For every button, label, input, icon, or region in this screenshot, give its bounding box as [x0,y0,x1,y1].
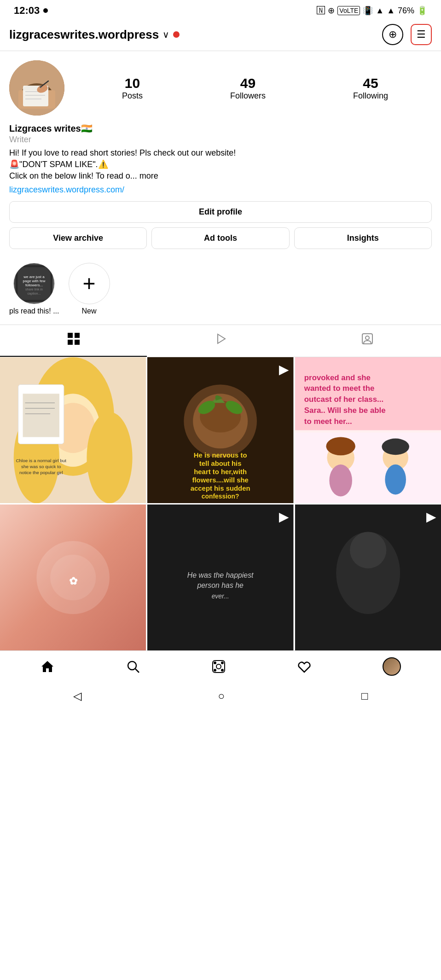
status-left: 12:03 [14,5,48,17]
grid-item-4[interactable]: ✿ [0,504,146,650]
following-label: Following [353,91,388,100]
grid-item-3[interactable]: provoked and she wanted to meet the outc… [295,357,441,503]
highlight-item-read[interactable]: we are just a page with few followers...… [9,263,59,315]
avatar[interactable] [9,60,64,116]
nav-activity[interactable] [297,659,312,674]
svg-text:notice the popular girl: notice the popular girl [19,470,63,475]
bio-line1: Hi! If you love to read short stories! P… [9,148,236,157]
profile-title: Writer [9,135,432,145]
svg-point-64 [385,464,406,494]
insights-button[interactable]: Insights [294,227,432,249]
svg-text:we are just a: we are just a [23,275,45,279]
grid-item-1[interactable]: Chloe is a normal girl but she was so qu… [0,357,146,503]
bio-line2: 🚨"DON'T SPAM LIKE".⚠️ [9,160,108,169]
notification-dot [173,31,180,38]
grid-item-2[interactable]: He is nervous to tell about his heart to… [147,357,293,503]
svg-text:✿: ✿ [69,575,78,586]
recents-button[interactable]: □ [361,690,368,702]
signal-icon: ▲ [387,6,395,16]
status-icons: 🄽 ⊕ VoLTE 📳 ▲ ▲ 76% 🔋 [317,6,427,16]
svg-text:He was the happiest: He was the happiest [187,571,254,579]
battery-icon: 🔋 [417,6,427,16]
svg-point-82 [216,664,221,669]
svg-text:tell about his: tell about his [199,460,242,467]
nav-home[interactable] [40,659,55,674]
image-grid: Chloe is a normal girl but she was so qu… [0,357,441,651]
username-row[interactable]: lizgraceswrites.wordpress ∨ [9,28,180,42]
svg-point-61 [329,464,352,496]
svg-text:share link in: share link in [25,288,43,291]
app-header: lizgraceswrites.wordpress ∨ ⊕ ☰ [0,20,441,51]
vibrate-icon: 📳 [363,6,373,16]
username-text: lizgraceswrites.wordpress [9,28,159,42]
nfc-icon: 🄽 [317,6,325,16]
highlight-circle-new: + [69,263,110,304]
grid-item-5[interactable]: He was the happiest person has he ever..… [147,504,293,650]
play-icon-5: ▶ [279,509,289,524]
status-bar: 12:03 🄽 ⊕ VoLTE 📳 ▲ ▲ 76% 🔋 [0,0,441,20]
bottom-nav [0,650,441,682]
svg-text:He is nervous to: He is nervous to [194,452,247,459]
tab-grid[interactable] [0,325,147,357]
svg-text:wanted to meet the: wanted to meet the [303,384,374,393]
svg-point-62 [326,437,355,455]
followers-label: Followers [230,91,266,100]
profile-link[interactable]: lizgraceswrites.wordpress.com/ [9,185,432,195]
ad-tools-button[interactable]: Ad tools [151,227,289,249]
svg-point-9 [40,86,41,88]
grid-icon [67,332,80,348]
stats-row: 10 Posts 49 Followers 45 Following [78,75,432,101]
svg-text:she was so quick to: she was so quick to [21,464,61,469]
reels-icon [214,332,227,348]
nav-profile[interactable] [383,657,401,676]
menu-button[interactable]: ☰ [411,24,432,45]
tab-reels[interactable] [147,325,294,357]
following-stat[interactable]: 45 Following [353,75,388,101]
view-archive-button[interactable]: View archive [9,227,147,249]
svg-point-78 [350,532,386,568]
new-post-button[interactable]: ⊕ [382,24,403,45]
nav-reels[interactable] [211,659,226,674]
profile-section: 10 Posts 49 Followers 45 Following Lizgr… [0,51,441,249]
avatar-image [9,60,64,116]
svg-point-86 [221,669,223,671]
bio-line3: Click on the below link! To read o [9,171,130,180]
svg-text:caption...: caption... [28,292,41,296]
svg-rect-19 [68,340,73,345]
play-icon-2: ▶ [279,362,289,377]
following-count: 45 [353,75,388,91]
svg-text:flowers....will she: flowers....will she [192,476,249,483]
chevron-down-icon[interactable]: ∨ [162,29,169,40]
tab-bar [0,325,441,357]
tab-tagged[interactable] [294,325,441,357]
svg-point-30 [87,412,132,503]
edit-profile-button[interactable]: Edit profile [9,201,432,223]
action-buttons: Edit profile View archive Ad tools Insig… [9,201,432,249]
svg-point-83 [214,662,216,664]
highlight-item-new[interactable]: + New [69,263,110,315]
svg-text:confession?: confession? [202,493,239,500]
profile-bio: Hi! If you love to read short stories! P… [9,147,432,182]
posts-label: Posts [122,91,143,100]
nav-search[interactable] [126,659,140,674]
posts-stat[interactable]: 10 Posts [122,75,143,101]
svg-text:followers...: followers... [25,283,43,287]
system-nav: ◁ ○ □ [0,682,441,712]
highlights-row: we are just a page with few followers...… [0,258,441,325]
svg-rect-32 [23,394,59,437]
svg-text:ever...: ever... [212,592,229,600]
svg-point-65 [382,438,409,455]
profile-top: 10 Posts 49 Followers 45 Following [9,60,432,116]
back-button[interactable]: ◁ [73,690,81,702]
svg-line-80 [135,669,139,673]
volte-icon: VoLTE [337,6,360,15]
svg-rect-17 [68,333,73,338]
svg-text:heart to her,with: heart to her,with [194,468,247,475]
grid-item-6[interactable]: ▶ [295,504,441,650]
play-icon-6: ▶ [426,509,436,524]
bio-more[interactable]: ... more [130,171,158,180]
svg-point-85 [214,669,216,671]
followers-stat[interactable]: 49 Followers [230,75,266,101]
home-button[interactable]: ○ [218,690,225,702]
svg-text:provoked and she: provoked and she [304,373,370,382]
